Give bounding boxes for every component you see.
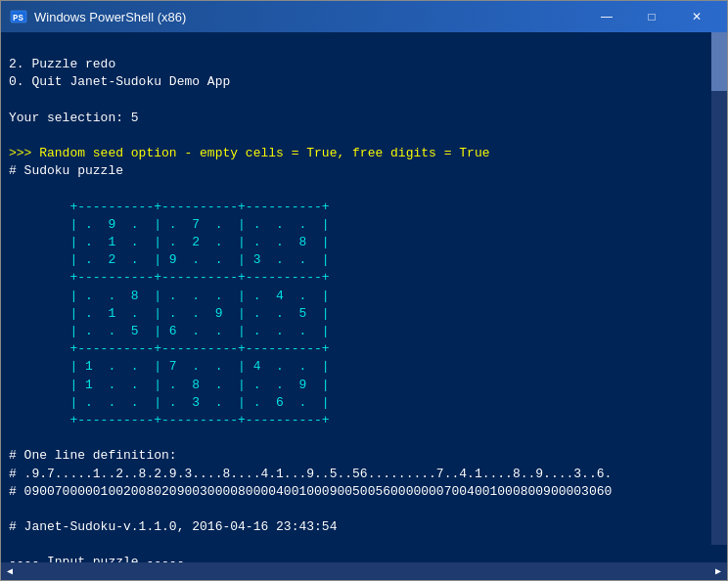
line-janet-version: # Janet-Sudoku-v.1.1.0, 2016-04-16 23:43… xyxy=(9,519,337,534)
window-controls: — □ ✕ xyxy=(584,1,719,32)
title-bar: PS Windows PowerShell (x86) — □ ✕ xyxy=(1,1,727,32)
sudoku-grid: +----------+----------+----------+ | . 9… xyxy=(9,200,330,427)
powershell-window: PS Windows PowerShell (x86) — □ ✕ 2. Puz… xyxy=(0,0,728,581)
line-sudoku-label: # Sudoku puzzle xyxy=(9,163,123,178)
line-one-line-label: # One line definition: xyxy=(9,448,177,463)
vertical-scrollbar[interactable] xyxy=(711,32,727,545)
line-one-line-dots: # .9.7.....1..2..8.2.9.3....8....4.1...9… xyxy=(9,467,612,481)
terminal-area[interactable]: 2. Puzzle redo 0. Quit Janet-Sudoku Demo… xyxy=(1,32,727,562)
terminal-content: 2. Puzzle redo 0. Quit Janet-Sudoku Demo… xyxy=(9,38,719,562)
svg-text:PS: PS xyxy=(13,14,23,23)
window-title: Windows PowerShell (x86) xyxy=(34,10,584,24)
line-input-puzzle-header: ---- Input puzzle ----- xyxy=(9,555,184,562)
line-selection: Your selection: 5 xyxy=(9,111,139,125)
maximize-button[interactable]: □ xyxy=(629,1,674,32)
line-random-seed: >>> Random seed option - empty cells = T… xyxy=(9,146,489,160)
scrollbar-thumb[interactable] xyxy=(711,32,727,91)
scroll-left-button[interactable]: ◀ xyxy=(1,562,19,580)
scroll-right-button[interactable]: ▶ xyxy=(709,562,727,580)
line-one-line-nums: # 09007000001002008020900300008000040010… xyxy=(9,484,612,499)
app-icon: PS xyxy=(9,7,28,26)
minimize-button[interactable]: — xyxy=(584,1,629,32)
line-puzzle-redo-1: 2. Puzzle redo xyxy=(9,57,115,71)
bottom-bar: ◀ ▶ xyxy=(1,562,727,580)
line-quit: 0. Quit Janet-Sudoku Demo App xyxy=(9,74,230,89)
close-button[interactable]: ✕ xyxy=(674,1,719,32)
horizontal-scrollbar[interactable] xyxy=(19,562,709,580)
